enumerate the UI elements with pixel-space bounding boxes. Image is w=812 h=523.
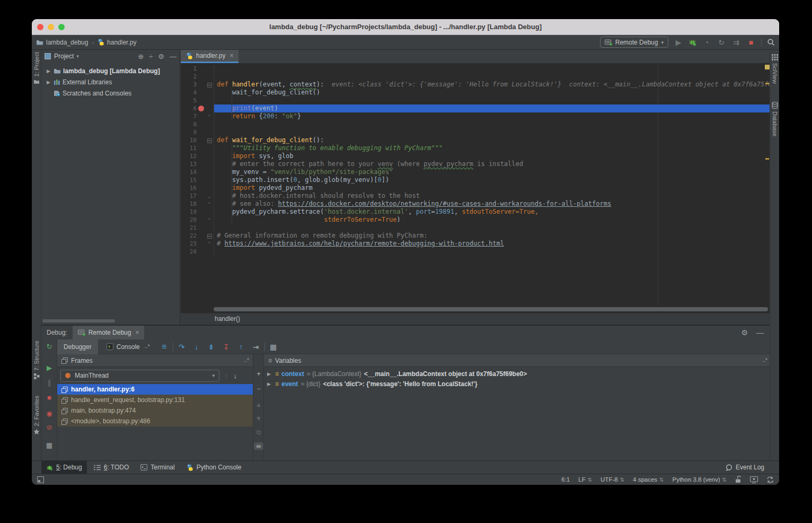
fold-gutter[interactable] (205, 97, 214, 104)
line-number[interactable]: 5 (181, 97, 197, 104)
step-over-icon[interactable]: ↷ (175, 343, 188, 351)
code-text[interactable]: def handler(event, context): event: <cla… (214, 81, 771, 89)
warning-mark[interactable] (765, 158, 769, 160)
code-text[interactable]: stderrToServer=True) (214, 216, 771, 224)
breakpoint-gutter[interactable] (197, 184, 205, 192)
tree-item[interactable]: Scratches and Consoles (41, 88, 180, 99)
code-text[interactable]: # see also: https://docs.docker.com/desk… (214, 200, 771, 208)
line-number[interactable]: 7 (181, 112, 197, 120)
breakpoint-gutter[interactable] (197, 200, 205, 208)
frame-row[interactable]: handler, handler.py:6 (57, 384, 253, 395)
line-number[interactable]: 6 (181, 104, 197, 112)
fold-gutter[interactable] (205, 168, 214, 176)
close-session-icon[interactable]: × (135, 329, 139, 336)
line-number[interactable]: 2 (181, 73, 197, 81)
line-number[interactable]: 23 (181, 240, 197, 248)
fold-gutter[interactable] (205, 184, 214, 192)
code-text[interactable] (214, 73, 771, 81)
gear-icon[interactable]: ⚙ (741, 328, 748, 337)
hide-panel-icon[interactable]: — (756, 328, 764, 337)
frame-row[interactable]: main, bootstrap.py:474 (57, 405, 253, 416)
code-text[interactable]: import sys, glob (214, 152, 771, 160)
stop-icon[interactable]: ■ (41, 394, 57, 402)
code-line-22[interactable]: 22−# General information on remote debug… (181, 232, 771, 240)
hide-panel-icon[interactable]: — (170, 53, 176, 60)
fold-gutter[interactable]: − (205, 232, 214, 240)
code-line-6[interactable]: 6 print(event) (181, 104, 771, 112)
breakpoint-gutter[interactable] (197, 65, 205, 73)
run-with-icon[interactable]: ⇉ (731, 38, 741, 47)
profile-icon[interactable]: ◔ (702, 38, 711, 47)
rerun-icon[interactable]: ↻ (41, 343, 57, 351)
breadcrumb-project[interactable]: lambda_debug (46, 39, 88, 46)
fold-gutter[interactable] (205, 224, 214, 232)
sidebar-stripe-item[interactable]: SciView (770, 54, 779, 84)
toolwindow-button-python-console[interactable]: Python Console (182, 461, 246, 474)
line-number[interactable]: 8 (181, 120, 197, 128)
code-text[interactable]: def wait_for_debug_client(): (214, 136, 771, 144)
breakpoint-gutter[interactable] (197, 144, 205, 152)
code-text[interactable]: # General information on remote debuggin… (214, 232, 771, 240)
update-status-icon[interactable]: ? (766, 476, 774, 483)
line-number[interactable]: 4 (181, 89, 197, 97)
breakpoint-gutter[interactable] (197, 104, 205, 112)
thread-selector[interactable]: MainThread ▾ (60, 370, 219, 382)
pin-icon[interactable]: →* (761, 358, 767, 363)
line-number[interactable]: 20 (181, 216, 197, 224)
duplicate-icon[interactable]: ⧉ (253, 429, 264, 436)
fold-gutter[interactable] (205, 104, 214, 112)
toolwindow-toggle-icon[interactable] (37, 476, 44, 483)
code-line-3[interactable]: 3−def handler(event, context): event: <c… (181, 81, 771, 89)
next-frame-icon[interactable]: ↓ (234, 372, 237, 380)
warning-mark[interactable] (765, 83, 769, 84)
breakpoint-gutter[interactable] (197, 120, 205, 128)
code-text[interactable]: sys.path.insert(0, glob.glob(my_venv)[0]… (214, 176, 771, 184)
breakpoint-gutter[interactable] (197, 112, 205, 120)
code-line-11[interactable]: 11 """Utility function to enable debuggi… (181, 144, 771, 152)
breakpoint-gutter[interactable] (197, 73, 205, 81)
status-item-python-3-8-venv-[interactable]: Python 3.8 (venv)⇅ (672, 476, 727, 483)
fold-gutter[interactable] (205, 176, 214, 184)
tree-item[interactable]: ▶lambda_debug [Lambda Debug] (41, 65, 180, 76)
sidebar-stripe-item[interactable]: 1: Project (32, 52, 41, 84)
line-number[interactable]: 21 (181, 224, 197, 232)
editor-tab-handler-py[interactable]: handler.py × (181, 50, 239, 63)
collapse-all-icon[interactable]: ÷ (149, 53, 153, 60)
frame-row[interactable]: handle_event_request, bootstrap.py:131 (57, 395, 253, 405)
status-item-utf-8[interactable]: UTF-8⇅ (601, 476, 624, 483)
breakpoint-gutter[interactable] (197, 240, 205, 248)
line-number[interactable]: 19 (181, 208, 197, 216)
gear-icon[interactable]: ⚙ (158, 53, 164, 60)
toolwindow-button-6-todo[interactable]: 6: TODO (89, 461, 134, 474)
editor-horizontal-scrollbar[interactable] (181, 306, 771, 313)
fold-gutter[interactable] (205, 248, 214, 256)
code-text[interactable]: import pydevd_pycharm (214, 184, 771, 192)
project-view-selector[interactable]: Project ▾ (54, 53, 79, 60)
code-line-18[interactable]: 18⌃ # see also: https://docs.docker.com/… (181, 200, 771, 208)
line-number[interactable]: 11 (181, 144, 197, 152)
fold-open-icon[interactable]: − (207, 138, 212, 143)
breadcrumb-file[interactable]: handler.py (107, 39, 136, 46)
remote-indicator-icon[interactable] (750, 476, 758, 483)
status-item-4-spaces[interactable]: 4 spaces⇅ (633, 476, 664, 483)
code-line-15[interactable]: 15 sys.path.insert(0, glob.glob(my_venv)… (181, 176, 771, 184)
line-number[interactable]: 15 (181, 176, 197, 184)
line-number[interactable]: 24 (181, 248, 197, 256)
step-into-icon[interactable]: ↓ (190, 343, 203, 351)
breakpoint-gutter[interactable] (197, 192, 205, 200)
breakpoint-gutter[interactable] (197, 208, 205, 216)
remove-watch-icon[interactable]: − (253, 385, 264, 393)
code-line-1[interactable]: 1 (181, 65, 771, 73)
tree-arrow-icon[interactable]: ▶ (46, 80, 51, 85)
fold-gutter[interactable] (205, 152, 214, 160)
breakpoint-gutter[interactable] (197, 232, 205, 240)
code-line-2[interactable]: 2 (181, 73, 771, 81)
code-line-5[interactable]: 5 (181, 97, 771, 104)
code-text[interactable]: # enter the correct path here to your ve… (214, 160, 771, 168)
breakpoint-gutter[interactable] (197, 89, 205, 97)
breakpoint-gutter[interactable] (197, 224, 205, 232)
code-editor[interactable]: 123−def handler(event, context): event: … (181, 64, 771, 306)
fold-end-icon[interactable]: ⌃ (205, 240, 214, 248)
run-icon[interactable]: ▶ (674, 38, 683, 47)
pause-icon[interactable]: ∥ (41, 379, 57, 387)
